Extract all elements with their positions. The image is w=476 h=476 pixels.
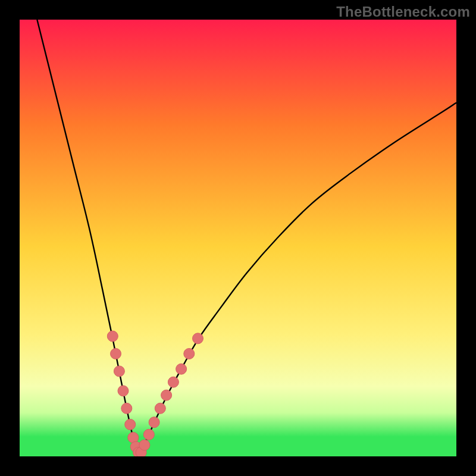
data-marker bbox=[107, 331, 118, 342]
chart-svg bbox=[0, 0, 476, 476]
data-marker bbox=[118, 386, 129, 396]
data-marker bbox=[143, 429, 154, 440]
data-marker bbox=[155, 403, 165, 414]
data-marker bbox=[149, 417, 159, 428]
data-marker bbox=[111, 349, 121, 359]
data-marker bbox=[161, 390, 172, 400]
data-marker bbox=[125, 419, 136, 430]
data-marker bbox=[121, 403, 132, 414]
data-marker bbox=[168, 377, 178, 387]
plot-background bbox=[20, 20, 456, 456]
data-marker bbox=[176, 364, 187, 374]
watermark-text: TheBottleneck.com bbox=[336, 4, 470, 20]
data-marker bbox=[114, 366, 124, 377]
data-marker bbox=[184, 349, 195, 359]
data-marker bbox=[139, 440, 150, 450]
chart-root: TheBottleneck.com bbox=[0, 0, 476, 476]
data-marker bbox=[193, 333, 203, 344]
